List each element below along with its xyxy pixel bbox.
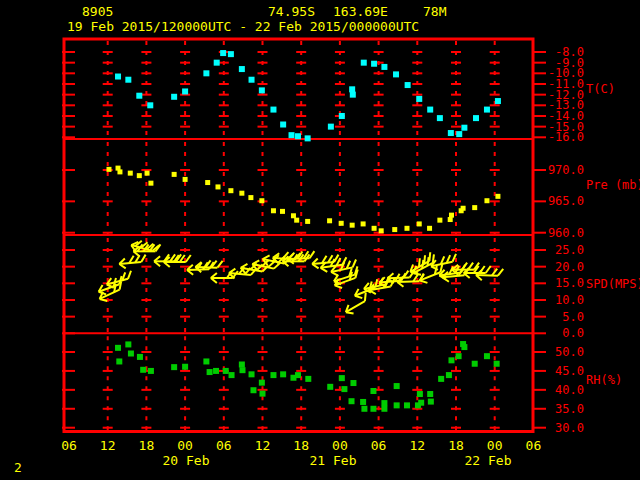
pressure-point xyxy=(239,191,244,196)
panel-unit-label: T(C) xyxy=(586,82,615,96)
relative-humidity-point xyxy=(370,406,376,412)
barb-shaft xyxy=(476,275,498,276)
temperature-point xyxy=(136,93,142,99)
hour-label: 18 xyxy=(293,438,309,453)
temperature-point xyxy=(361,60,367,66)
temperature-point xyxy=(416,96,422,102)
relative-humidity-point xyxy=(428,399,434,405)
barb-feather xyxy=(353,270,360,278)
temperature-point xyxy=(147,102,153,108)
temperature-point xyxy=(393,71,399,77)
y-axis-tick-label: 25.0 xyxy=(555,243,584,257)
relative-humidity-point xyxy=(361,406,367,412)
pressure-point xyxy=(271,208,276,213)
relative-humidity-point xyxy=(448,357,454,363)
pressure-point xyxy=(294,218,299,223)
relative-humidity-point xyxy=(182,364,188,370)
barb-shaft xyxy=(388,278,410,279)
pressure-point xyxy=(280,209,285,214)
y-axis-tick-label: 45.0 xyxy=(555,364,584,378)
pressure-point xyxy=(404,226,409,231)
relative-humidity-point xyxy=(250,387,256,393)
hour-label: 00 xyxy=(487,438,503,453)
panel-unit-label: SPD(MPS) xyxy=(586,277,640,291)
y-axis-tick-label: 0.0 xyxy=(562,326,584,340)
pressure-point xyxy=(449,213,454,218)
temperature-point xyxy=(461,125,467,131)
pressure-point xyxy=(437,218,442,223)
temperature-point xyxy=(349,86,355,92)
temperature-point xyxy=(473,115,479,121)
relative-humidity-point xyxy=(229,372,235,378)
barb-feather xyxy=(361,293,369,302)
pressure-point xyxy=(461,206,466,211)
pressure-point xyxy=(215,184,220,189)
pressure-point xyxy=(417,221,422,226)
relative-humidity-point xyxy=(339,375,345,381)
relative-humidity-point xyxy=(446,372,452,378)
relative-humidity-point xyxy=(350,380,356,386)
barb-feather xyxy=(498,269,503,276)
date-label: 20 Feb xyxy=(163,453,210,468)
wind-barb xyxy=(130,238,159,257)
temperature-point xyxy=(171,94,177,100)
wind-barb xyxy=(476,268,503,281)
date-label: 22 Feb xyxy=(465,453,512,468)
relative-humidity-point xyxy=(472,361,478,367)
pressure-point xyxy=(350,223,355,228)
temperature-point xyxy=(214,60,220,66)
relative-humidity-point xyxy=(484,353,490,359)
pressure-point xyxy=(472,205,477,210)
pressure-point xyxy=(259,198,264,203)
relative-humidity-point xyxy=(140,367,146,373)
pressure-point xyxy=(148,181,153,186)
temperature-point xyxy=(427,107,433,113)
barb-feather xyxy=(186,255,191,262)
y-axis-tick-label: 965.0 xyxy=(548,194,584,208)
barb-feather xyxy=(309,251,314,258)
y-axis-tick-label: -16.0 xyxy=(548,130,584,144)
temperature-point xyxy=(289,132,295,138)
hour-label: 06 xyxy=(216,438,232,453)
y-axis-tick-label: 40.0 xyxy=(555,383,584,397)
hour-label: 06 xyxy=(526,438,542,453)
pressure-point xyxy=(327,218,332,223)
relative-humidity-point xyxy=(418,400,424,406)
pressure-point xyxy=(427,226,432,231)
hour-label: 06 xyxy=(61,438,77,453)
pressure-point xyxy=(106,167,111,172)
relative-humidity-point xyxy=(148,368,154,374)
panel-unit-label: Pre (mb) xyxy=(586,178,640,192)
hour-label: 18 xyxy=(448,438,464,453)
pressure-point xyxy=(361,221,366,226)
pressure-point xyxy=(372,226,377,231)
relative-humidity-point xyxy=(171,364,177,370)
pressure-point xyxy=(392,227,397,232)
temperature-point xyxy=(495,98,501,104)
temperature-point xyxy=(371,61,377,67)
date-label: 21 Feb xyxy=(310,453,357,468)
temperature-point xyxy=(228,51,234,57)
temperature-point xyxy=(249,77,255,83)
hour-label: 12 xyxy=(255,438,271,453)
relative-humidity-point xyxy=(295,372,301,378)
relative-humidity-point xyxy=(207,369,213,375)
relative-humidity-point xyxy=(213,368,219,374)
pressure-point xyxy=(248,195,253,200)
pressure-point xyxy=(117,169,122,174)
hour-label: 12 xyxy=(100,438,116,453)
pressure-point xyxy=(172,172,177,177)
temperature-point xyxy=(125,77,131,83)
temperature-point xyxy=(405,82,411,88)
meteogram-chart: -8.0-9.0-10.0-11.0-12.0-13.0-14.0-15.0-1… xyxy=(0,0,640,480)
temperature-point xyxy=(350,92,356,98)
wind-barb xyxy=(195,260,222,273)
pressure-point xyxy=(183,177,188,182)
temperature-point xyxy=(456,131,462,137)
barb-feather xyxy=(462,263,467,270)
relative-humidity-point xyxy=(381,400,387,406)
temperature-point xyxy=(239,66,245,72)
relative-humidity-point xyxy=(370,388,376,394)
temperature-point xyxy=(115,74,121,80)
relative-humidity-point xyxy=(438,376,444,382)
